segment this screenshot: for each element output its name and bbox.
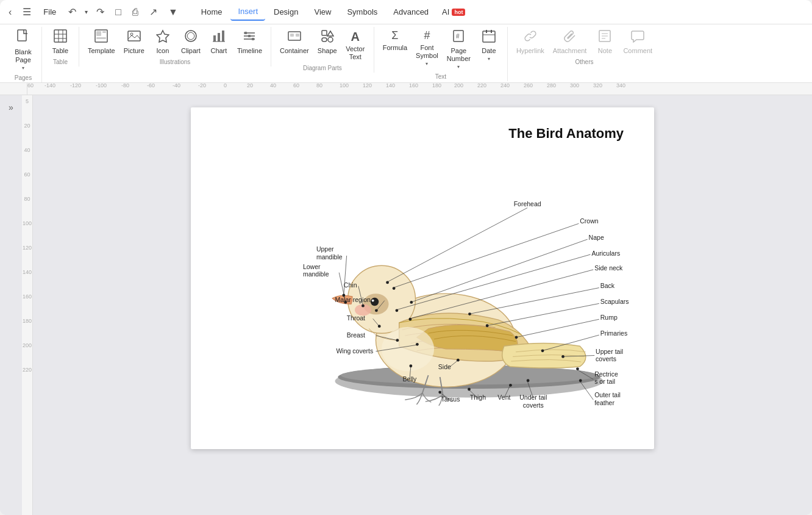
export-button[interactable]: ↗ (146, 4, 161, 20)
tab-symbols[interactable]: Symbols (340, 4, 385, 20)
svg-rect-9 (96, 37, 106, 39)
svg-point-95 (527, 380, 530, 383)
svg-text:#: # (456, 33, 460, 40)
attachment-button[interactable]: Attachment (549, 27, 591, 57)
ribbon-group-others-items: Hyperlink Attachment Note (513, 27, 656, 57)
tab-view[interactable]: View (307, 4, 338, 20)
hot-badge: hot (452, 9, 465, 16)
date-button[interactable]: Date ▾ (475, 27, 502, 64)
svg-text:Rectrice: Rectrice (594, 370, 618, 378)
blank-page-button[interactable]: BlankPage ▾ (10, 27, 37, 73)
note-icon (598, 29, 611, 46)
tab-ai[interactable]: AI hot (437, 5, 470, 19)
font-symbol-label: FontSymbol (416, 44, 438, 60)
picture-button[interactable]: Picture (120, 27, 148, 57)
svg-text:feather: feather (594, 399, 614, 406)
svg-text:s or tail: s or tail (594, 378, 615, 386)
chart-button[interactable]: Chart (205, 27, 232, 57)
back-button[interactable]: ‹ (5, 4, 15, 20)
svg-point-116 (396, 339, 399, 342)
main-area: » 5 20 40 60 80 100 120 140 160 180 200 … (0, 95, 812, 515)
tab-design[interactable]: Design (266, 4, 305, 20)
more-button[interactable]: ▼ (165, 4, 182, 20)
note-button[interactable]: Note (591, 27, 618, 57)
tab-home[interactable]: Home (194, 4, 230, 20)
panel-toggle-button[interactable]: » (6, 100, 16, 115)
clipart-button[interactable]: Clipart (177, 27, 204, 57)
undo-button[interactable]: ↶ (65, 4, 80, 20)
date-label: Date (482, 47, 496, 55)
svg-text:Side neck: Side neck (594, 264, 623, 272)
page-number-arrow: ▾ (457, 64, 460, 70)
ribbon-group-diagram-items: Container Shape A VectorText (276, 27, 369, 63)
timeline-button[interactable]: Timeline (233, 27, 266, 57)
v-ruler: 5 20 40 60 80 100 120 140 160 180 200 22… (22, 95, 33, 515)
tab-insert[interactable]: Insert (230, 3, 265, 21)
formula-button[interactable]: Σ Formula (379, 27, 411, 54)
ribbon: BlankPage ▾ Pages Table Table (0, 24, 812, 83)
svg-text:Scapulars: Scapulars (600, 298, 629, 306)
ribbon-group-text-items: Σ Formula # FontSymbol ▾ # PageNumber ▾ (379, 27, 502, 72)
ribbon-group-illustrations-items: Template Picture Icon (84, 27, 266, 57)
menu-tabs: Home Insert Design View Symbols Advanced… (194, 3, 471, 21)
diagram-parts-group-label: Diagram Parts (303, 65, 342, 73)
diagram-title: The Bird Anatomy (209, 126, 636, 142)
comment-button[interactable]: Comment (619, 27, 656, 57)
container-button[interactable]: Container (276, 27, 313, 57)
file-menu[interactable]: File (38, 5, 61, 19)
print-button[interactable]: ⎙ (129, 4, 142, 20)
svg-rect-1 (54, 30, 66, 42)
svg-point-61 (410, 301, 413, 304)
svg-text:Side: Side (438, 364, 451, 371)
ribbon-items: BlankPage ▾ Pages Table Table (5, 27, 807, 82)
svg-line-63 (396, 254, 591, 310)
svg-point-119 (378, 325, 381, 328)
svg-rect-16 (222, 31, 224, 41)
page-number-button[interactable]: # PageNumber ▾ (443, 27, 474, 72)
template-button[interactable]: Template (84, 27, 119, 57)
left-panel-toggle: » (0, 95, 22, 515)
undo-dropdown[interactable]: ▾ (81, 6, 91, 18)
svg-text:Crown: Crown (580, 218, 599, 225)
redo-button[interactable]: ↷ (93, 4, 108, 20)
svg-line-60 (411, 240, 588, 303)
hyperlink-button[interactable]: Hyperlink (513, 27, 548, 57)
svg-rect-22 (248, 35, 251, 37)
svg-text:Chin: Chin (344, 281, 357, 289)
shape-icon (321, 29, 334, 46)
hamburger-menu[interactable]: ☰ (19, 4, 35, 20)
svg-text:mandible: mandible (316, 253, 343, 261)
table-button[interactable]: Table (47, 27, 74, 57)
svg-rect-26 (296, 34, 299, 37)
icon-label: Icon (156, 47, 169, 55)
pages-group-label: Pages (15, 74, 32, 82)
bird-anatomy-diagram: The Bird Anatomy .label-text { font-size… (209, 126, 636, 431)
h-ruler: 60 -140 -120 -100 -80 -60 -40 -20 0 20 4… (0, 83, 812, 95)
vector-text-button[interactable]: A VectorText (342, 27, 369, 63)
save-button[interactable]: □ (112, 4, 125, 20)
svg-line-54 (388, 208, 528, 282)
svg-text:Nape: Nape (589, 234, 604, 242)
svg-point-83 (561, 355, 564, 358)
svg-point-48 (372, 300, 374, 302)
formula-icon: Σ (391, 29, 398, 43)
svg-point-101 (468, 388, 471, 391)
font-symbol-button[interactable]: # FontSymbol ▾ (412, 27, 442, 69)
canvas-area[interactable]: The Bird Anatomy .label-text { font-size… (33, 95, 812, 515)
svg-rect-7 (96, 31, 101, 36)
svg-text:Thigh: Thigh (470, 394, 486, 402)
svg-rect-15 (218, 33, 220, 41)
shape-button[interactable]: Shape (314, 27, 341, 57)
ribbon-group-illustrations: Template Picture Icon (79, 27, 271, 67)
tab-advanced[interactable]: Advanced (386, 4, 436, 20)
svg-point-98 (509, 384, 512, 387)
icon-button[interactable]: Icon (149, 27, 176, 57)
svg-point-55 (386, 281, 389, 284)
svg-point-104 (438, 391, 441, 394)
svg-line-75 (516, 320, 599, 338)
svg-rect-14 (213, 35, 216, 41)
svg-rect-8 (102, 31, 106, 33)
date-arrow: ▾ (488, 56, 490, 62)
svg-text:coverts: coverts (596, 355, 616, 362)
picture-icon (127, 29, 141, 46)
